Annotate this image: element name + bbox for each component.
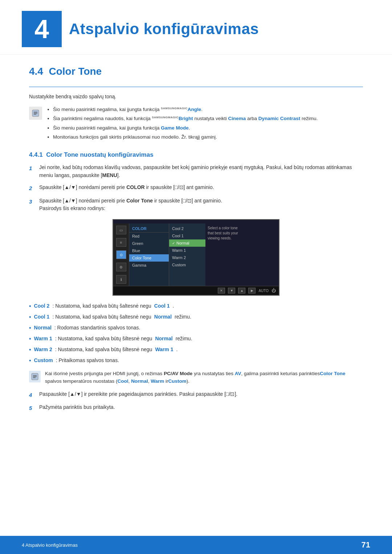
section-intro: Nustatykite bendrą vaizdo spalvų toną. — [29, 94, 363, 99]
desc-cool1: Cool 1: Nustatoma, kad spalva būtų šalte… — [29, 313, 363, 321]
screen-btn-down: ▼ — [228, 288, 235, 294]
desc-warm1: Warm 1: Nustatoma, kad spalva būtų šilte… — [29, 335, 363, 343]
note-item-4: Monitoriaus funkcijos gali skirtis prikl… — [53, 134, 318, 141]
screen-auto: AUTO — [258, 289, 269, 293]
step-2: 2 Spauskite [▲/▼] norėdami pereiti prie … — [29, 184, 363, 192]
step-5: 5 Pažymėta parinktis bus pritaikyta. — [29, 403, 363, 412]
screen-btn-up: ▲ — [238, 288, 245, 294]
chapter-number: 4 — [22, 11, 62, 47]
desc-custom: Custom: Pritaikomas spalvos tonas. — [29, 357, 363, 365]
footer-text: 4 Atspalvio konfigūravimas — [22, 542, 78, 548]
menu-item-colortone: Color Tone — [129, 254, 169, 262]
sidebar-icon-4: ⚙ — [116, 263, 126, 271]
submenu-warm1: Warm 1 — [169, 247, 205, 254]
note2-text: Kai išorinė įvestis prijungta per HDMI j… — [45, 370, 363, 385]
screen-btn-x: ✕ — [218, 288, 225, 294]
screen-sidebar: ▭ ≡ ⊙ ⚙ ℹ — [113, 223, 129, 286]
step-4: 4 Paspauskite [▲/▼] ir pereikite prie pa… — [29, 390, 363, 399]
submenu-normal: Normal — [169, 239, 205, 247]
screen-bottom: ✕ ▼ ▲ ▶ AUTO ⏻ — [113, 286, 279, 295]
page-header: 4 Atspalvio konfigūravimas — [0, 0, 392, 55]
steps-cont-list: 4 Paspauskite [▲/▼] ir pereikite prie pa… — [29, 390, 363, 413]
menu-header: COLOR — [129, 225, 169, 233]
step-1: 1 Jei norite, kad būtų rodomas klavišų v… — [29, 164, 363, 179]
note-icon2 — [29, 371, 41, 382]
section-rule — [29, 87, 363, 87]
desc-normal: Normal: Rodomas standartinis spalvos ton… — [29, 324, 363, 332]
chapter-title: Atspalvio konfigūravimas — [69, 20, 259, 38]
note-item-3: Šio meniu pasirinkti negalima, kai įjung… — [53, 124, 318, 132]
menu-item-blue: Blue — [129, 247, 169, 254]
screen-power: ⏻ — [271, 288, 276, 293]
sidebar-icon-3: ⊙ — [116, 250, 126, 259]
note-block2: Kai išorinė įvestis prijungta per HDMI j… — [29, 370, 363, 385]
note-item-2: Šia parinktimi negalima naudotis, kai fu… — [53, 115, 318, 122]
desc-cool2: Cool 2: Nustatoma, kad spalva būtų šalte… — [29, 302, 363, 311]
note-block: Šio meniu pasirinkti negalima, kai įjung… — [29, 106, 363, 143]
note-list: Šio meniu pasirinkti negalima, kai įjung… — [46, 106, 318, 143]
menu-item-red: Red — [129, 233, 169, 240]
submenu-cool2: Cool 2 — [169, 225, 205, 232]
sub-section-heading: 4.4.1 Color Tone nuostatų konfigūravimas — [29, 151, 363, 159]
section-heading: 4.4 Color Tone — [29, 66, 363, 79]
footer-page-number: 71 — [362, 540, 370, 550]
screen-submenu-col: Cool 2 Cool 1 Normal Warm 1 Warm 2 Custo… — [169, 223, 205, 286]
screen-mockup: ▭ ≡ ⊙ ⚙ ℹ COLOR Red Green Blue Color Ton… — [113, 219, 279, 296]
steps-list: 1 Jei norite, kad būtų rodomas klavišų v… — [29, 164, 363, 213]
menu-item-green: Green — [129, 240, 169, 247]
page-footer: 4 Atspalvio konfigūravimas 71 — [0, 536, 392, 554]
sidebar-icon-1: ▭ — [116, 226, 126, 234]
screen-menu-col: COLOR Red Green Blue Color Tone Gamma — [129, 223, 169, 286]
main-content: 4.4 Color Tone Nustatykite bendrą vaizdo… — [0, 66, 392, 446]
submenu-cool1: Cool 1 — [169, 232, 205, 239]
step-3: 3 Spauskite [▲/▼] norėdami pereiti prie … — [29, 197, 363, 213]
descriptions-list: Cool 2: Nustatoma, kad spalva būtų šalte… — [29, 302, 363, 365]
screen-help-col: Select a color tone that best suits your… — [205, 223, 242, 286]
screen-btn-enter: ▶ — [248, 288, 256, 294]
desc-warm2: Warm 2: Nustatoma, kad spalva būtų šilte… — [29, 346, 363, 354]
note-icon — [29, 107, 42, 120]
screen-inner: ▭ ≡ ⊙ ⚙ ℹ COLOR Red Green Blue Color Ton… — [113, 223, 279, 286]
submenu-warm2: Warm 2 — [169, 254, 205, 261]
submenu-custom: Custom — [169, 261, 205, 268]
note-item-1: Šio meniu pasirinkti negalima, kai įjung… — [53, 106, 318, 113]
sidebar-icon-5: ℹ — [116, 275, 126, 284]
sidebar-icon-2: ≡ — [116, 238, 126, 247]
menu-item-gamma: Gamma — [129, 262, 169, 269]
